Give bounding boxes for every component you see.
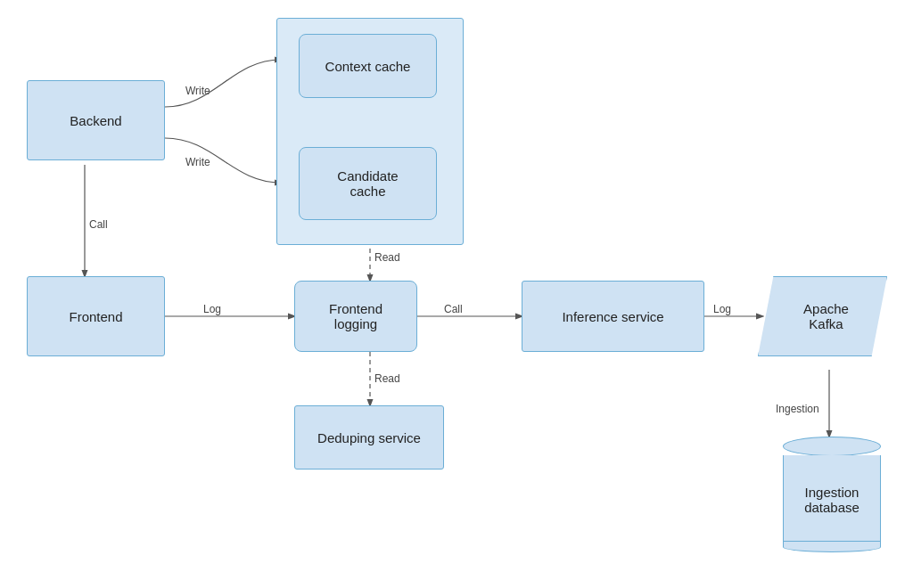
label-read-deduping: Read xyxy=(374,372,400,385)
cylinder-bottom xyxy=(783,542,881,552)
ingestion-db: Ingestion database xyxy=(783,437,881,552)
frontend-label: Frontend xyxy=(69,309,122,324)
frontend-logging-label: Frontend logging xyxy=(329,301,382,331)
kafka-box: Apache Kafka xyxy=(758,276,887,356)
label-write-lower: Write xyxy=(185,156,210,168)
candidate-cache-label: Candidate cache xyxy=(337,168,398,199)
diagram: Backend Frontend Context cache Candidate… xyxy=(0,0,913,588)
context-cache-box: Context cache xyxy=(299,34,437,98)
backend-box: Backend xyxy=(27,80,165,160)
label-log-kafka: Log xyxy=(713,303,731,315)
frontend-box: Frontend xyxy=(27,276,165,356)
label-ingestion: Ingestion xyxy=(776,403,819,415)
frontend-logging-box: Frontend logging xyxy=(294,281,417,352)
inference-service-box: Inference service xyxy=(522,281,704,352)
deduping-service-box: Deduping service xyxy=(294,405,444,470)
label-read-cache: Read xyxy=(374,251,400,264)
label-call-inference: Call xyxy=(444,303,463,315)
label-write-upper: Write xyxy=(185,85,210,97)
deduping-label: Deduping service xyxy=(317,430,421,445)
backend-label: Backend xyxy=(70,113,121,128)
context-cache-label: Context cache xyxy=(325,59,411,74)
kafka-label: Apache Kafka xyxy=(803,301,849,331)
label-call-vertical: Call xyxy=(89,218,108,231)
ingestion-db-label: Ingestion database xyxy=(804,481,860,515)
label-log-frontend: Log xyxy=(203,303,221,315)
candidate-cache-box: Candidate cache xyxy=(299,147,437,220)
inference-service-label: Inference service xyxy=(562,309,663,324)
cylinder-body: Ingestion database xyxy=(783,455,881,542)
cylinder-top xyxy=(783,437,881,456)
